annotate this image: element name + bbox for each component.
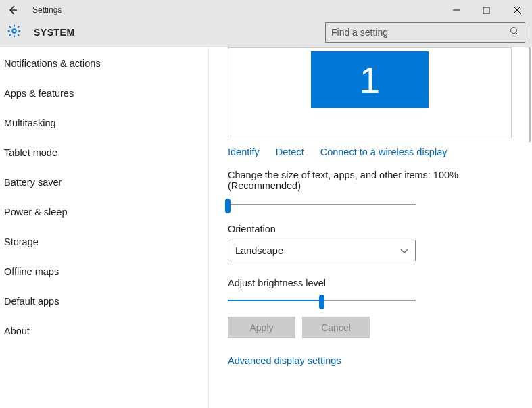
slider-thumb[interactable] <box>319 295 324 309</box>
chevron-down-icon <box>400 246 408 256</box>
sidebar-item-label: About <box>4 326 30 336</box>
brightness-slider[interactable] <box>228 294 416 307</box>
content-area: 1 Identify Detect Connect to a wireless … <box>209 47 532 408</box>
slider-track <box>228 204 416 205</box>
monitor-1[interactable]: 1 <box>311 51 429 108</box>
advanced-display-link[interactable]: Advanced display settings <box>228 355 341 366</box>
title-bar: Settings <box>0 0 532 20</box>
sidebar-item-default-apps[interactable]: Default apps <box>0 286 208 316</box>
slider-thumb[interactable] <box>225 199 231 213</box>
display-action-links: Identify Detect Connect to a wireless di… <box>228 147 512 157</box>
gear-icon <box>7 24 22 41</box>
scale-slider[interactable] <box>228 198 416 211</box>
back-button[interactable] <box>0 0 26 20</box>
svg-point-6 <box>511 28 517 34</box>
svg-rect-2 <box>483 7 489 14</box>
sidebar-item-multitasking[interactable]: Multitasking <box>0 108 208 138</box>
sidebar-item-label: Storage <box>4 236 39 247</box>
sidebar-item-notifications[interactable]: Notifications & actions <box>0 49 208 78</box>
sidebar-item-label: Default apps <box>4 296 59 307</box>
display-preview: 1 <box>228 47 512 138</box>
sidebar-item-label: Offline maps <box>4 266 59 277</box>
sidebar-item-power-sleep[interactable]: Power & sleep <box>0 197 208 227</box>
svg-point-5 <box>12 29 16 33</box>
sidebar-item-about[interactable]: About <box>0 316 208 346</box>
sidebar-item-label: Tablet mode <box>4 147 57 158</box>
minimize-button[interactable] <box>441 0 471 20</box>
svg-line-7 <box>516 33 519 36</box>
brightness-label: Adjust brightness level <box>228 278 512 288</box>
window-controls <box>441 0 532 20</box>
scale-label: Change the size of text, apps, and other… <box>228 170 512 191</box>
sidebar-item-label: Multitasking <box>4 118 56 128</box>
maximize-button[interactable] <box>471 0 502 20</box>
apply-button[interactable]: Apply <box>228 317 295 338</box>
header: SYSTEM <box>0 20 532 47</box>
sidebar-item-storage[interactable]: Storage <box>0 227 208 257</box>
scrollbar[interactable] <box>529 47 531 142</box>
orientation-label: Orientation <box>228 224 512 234</box>
sidebar-item-label: Battery saver <box>4 177 62 188</box>
sidebar: Notifications & actions Apps & features … <box>0 47 209 408</box>
sidebar-item-label: Power & sleep <box>4 207 68 218</box>
page-title: SYSTEM <box>34 27 75 38</box>
search-box[interactable] <box>325 22 525 43</box>
slider-fill <box>228 300 322 301</box>
sidebar-item-battery-saver[interactable]: Battery saver <box>0 168 208 197</box>
cancel-button[interactable]: Cancel <box>302 317 370 338</box>
window-title: Settings <box>32 5 62 15</box>
search-input[interactable] <box>331 27 519 38</box>
sidebar-item-label: Notifications & actions <box>4 58 101 69</box>
monitor-number: 1 <box>360 59 380 101</box>
orientation-select[interactable]: Landscape <box>228 240 416 261</box>
close-button[interactable] <box>502 0 532 20</box>
sidebar-item-apps[interactable]: Apps & features <box>0 78 208 108</box>
connect-wireless-link[interactable]: Connect to a wireless display <box>320 147 448 157</box>
sidebar-item-label: Apps & features <box>4 88 74 99</box>
sidebar-item-offline-maps[interactable]: Offline maps <box>0 257 208 286</box>
orientation-value: Landscape <box>235 245 283 256</box>
search-icon <box>510 26 519 38</box>
identify-link[interactable]: Identify <box>228 147 260 157</box>
sidebar-item-tablet-mode[interactable]: Tablet mode <box>0 138 208 168</box>
button-row: Apply Cancel <box>228 317 512 338</box>
detect-link[interactable]: Detect <box>276 147 304 157</box>
